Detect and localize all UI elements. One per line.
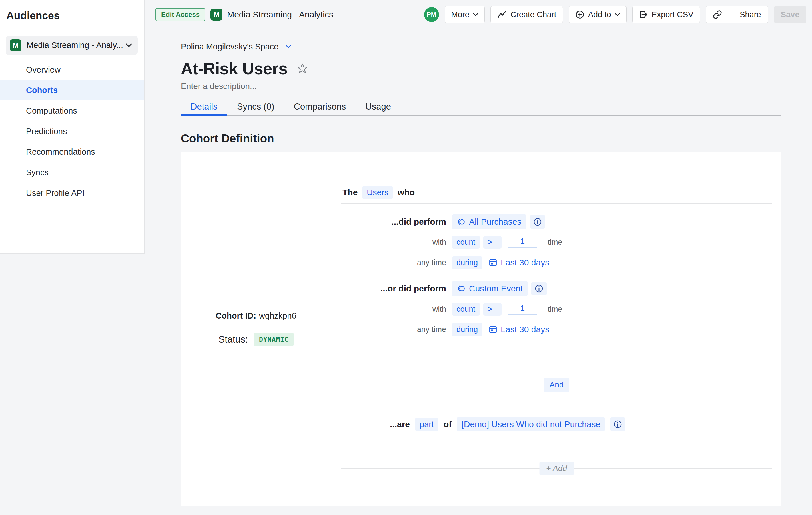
copy-link-button[interactable] — [706, 6, 729, 23]
sidebar: Audiences M Media Streaming - Analy... O… — [0, 0, 145, 253]
clause2-event-name: Custom Event — [469, 284, 523, 294]
sidebar-item-overview[interactable]: Overview — [0, 59, 144, 80]
tab-details[interactable]: Details — [181, 98, 227, 116]
event-icon — [457, 217, 466, 226]
clause2-aggregation-pill[interactable]: count — [452, 303, 480, 316]
tab-baseline — [181, 115, 781, 116]
more-button-label: More — [451, 10, 469, 19]
project-selector-label: Media Streaming - Analy... — [27, 40, 123, 50]
share-button[interactable]: Share — [733, 6, 768, 23]
save-label: Save — [781, 10, 800, 19]
clause1-operator-pill[interactable]: >= — [483, 236, 501, 249]
clause1-aggregation-pill[interactable]: count — [452, 236, 480, 249]
clause1-event-pill[interactable]: All Purchases — [452, 214, 526, 229]
subject-type-pill[interactable]: Users — [362, 186, 393, 199]
clause1-count-input[interactable] — [509, 237, 537, 247]
clause1-info-button[interactable] — [530, 215, 545, 229]
tab-usage[interactable]: Usage — [356, 98, 401, 116]
export-csv-button[interactable]: Export CSV — [632, 6, 700, 23]
sidebar-item-predictions[interactable]: Predictions — [0, 121, 144, 142]
clause2-count-input[interactable] — [509, 304, 537, 314]
clause2-time-row: any time during Last 30 days — [341, 322, 772, 337]
tab-bar: Details Syncs (0) Comparisons Usage — [181, 98, 781, 116]
create-chart-label: Create Chart — [511, 10, 556, 19]
main-content: Polina Mogilevsky's Space At-Risk Users … — [145, 29, 812, 515]
clause1-when-label: any time — [341, 259, 446, 267]
add-clause-button[interactable]: + Add — [539, 462, 574, 475]
page-title[interactable]: At-Risk Users — [181, 59, 288, 78]
info-icon — [533, 217, 542, 226]
topbar: Edit Access M Media Streaming - Analytic… — [145, 0, 812, 29]
clause2-with-label: with — [341, 305, 446, 314]
tab-syncs[interactable]: Syncs (0) — [227, 98, 284, 116]
membership-part-pill[interactable]: part — [415, 418, 438, 431]
chevron-down-icon — [615, 13, 620, 16]
clause2-perform-row: ...or did perform Custom Event — [341, 281, 772, 297]
edit-access-badge[interactable]: Edit Access — [155, 8, 205, 21]
clause2-unit-label: time — [548, 305, 562, 314]
sidebar-item-cohorts[interactable]: Cohorts — [0, 80, 144, 100]
cohort-meta-panel: Cohort ID:wqhzkpn6 Status: DYNAMIC — [181, 152, 331, 506]
clause1-event-name: All Purchases — [469, 217, 521, 227]
sidebar-nav: Overview Cohorts Computations Prediction… — [0, 59, 144, 203]
clause2-during-pill[interactable]: during — [452, 323, 483, 336]
avatar[interactable]: PM — [424, 7, 439, 22]
clause1-with-label: with — [341, 238, 446, 247]
clause1-date-range[interactable]: Last 30 days — [489, 258, 549, 268]
create-chart-button[interactable]: Create Chart — [490, 6, 563, 23]
clause-box: ...did perform All Purchases — [341, 203, 772, 469]
share-label: Share — [740, 10, 761, 19]
save-button[interactable]: Save — [774, 6, 806, 23]
clause1-count-row: with count >= time — [341, 234, 772, 250]
chevron-down-icon — [473, 13, 478, 16]
clause2-info-button[interactable] — [531, 282, 547, 296]
status-badge: DYNAMIC — [254, 333, 294, 346]
clause1-unit-label: time — [548, 238, 562, 247]
clause2-date-range[interactable]: Last 30 days — [489, 325, 549, 334]
space-breadcrumb[interactable]: Polina Mogilevsky's Space — [181, 41, 291, 52]
tab-comparisons[interactable]: Comparisons — [284, 98, 356, 116]
clause1-date-range-label: Last 30 days — [501, 258, 549, 268]
chart-line-icon — [497, 10, 507, 20]
project-badge: M — [10, 39, 22, 51]
clause2-event-pill[interactable]: Custom Event — [452, 281, 528, 296]
clause2-when-label: any time — [341, 325, 446, 334]
calendar-icon — [489, 259, 497, 267]
project-title: Media Streaming - Analytics — [227, 10, 333, 20]
cohort-definition-box: Cohort ID:wqhzkpn6 Status: DYNAMIC The U… — [181, 152, 781, 506]
sidebar-item-user-profile-api[interactable]: User Profile API — [0, 183, 144, 203]
status-label: Status: — [219, 334, 248, 345]
project-badge: M — [210, 8, 223, 21]
calendar-icon — [489, 325, 497, 334]
sidebar-title: Audiences — [6, 10, 60, 22]
export-icon — [639, 10, 648, 19]
clause1-during-pill[interactable]: during — [452, 256, 483, 269]
cohort-id-row: Cohort ID:wqhzkpn6 — [215, 311, 296, 321]
section-heading: Cohort Definition — [181, 132, 274, 145]
sidebar-item-syncs[interactable]: Syncs — [0, 162, 144, 183]
share-split-button: Share — [706, 6, 768, 23]
membership-of-label: of — [443, 419, 452, 429]
star-icon[interactable] — [297, 63, 308, 74]
membership-info-button[interactable] — [610, 417, 626, 431]
subject-the: The — [343, 187, 357, 197]
clause1-perform-label: ...did perform — [341, 217, 446, 227]
membership-are-label: ...are — [390, 419, 410, 429]
cohort-id-label: Cohort ID: — [215, 311, 256, 320]
project-selector[interactable]: M Media Streaming - Analy... — [6, 36, 138, 55]
clause2-operator-pill[interactable]: >= — [483, 303, 501, 316]
chevron-down-icon — [286, 45, 291, 48]
description-placeholder[interactable]: Enter a description... — [181, 82, 257, 91]
event-icon — [457, 284, 466, 293]
and-connector-pill[interactable]: And — [544, 378, 570, 392]
link-icon — [713, 10, 722, 19]
sidebar-item-recommendations[interactable]: Recommendations — [0, 142, 144, 162]
export-csv-label: Export CSV — [652, 10, 693, 19]
sidebar-item-computations[interactable]: Computations — [0, 100, 144, 121]
plus-circle-icon — [575, 10, 584, 19]
membership-cohort-pill[interactable]: [Demo] Users Who did not Purchase — [457, 417, 605, 431]
add-to-button[interactable]: Add to — [569, 6, 627, 23]
space-name: Polina Mogilevsky's Space — [181, 42, 279, 51]
subject-row: The Users who — [343, 186, 415, 199]
more-button[interactable]: More — [445, 6, 485, 23]
